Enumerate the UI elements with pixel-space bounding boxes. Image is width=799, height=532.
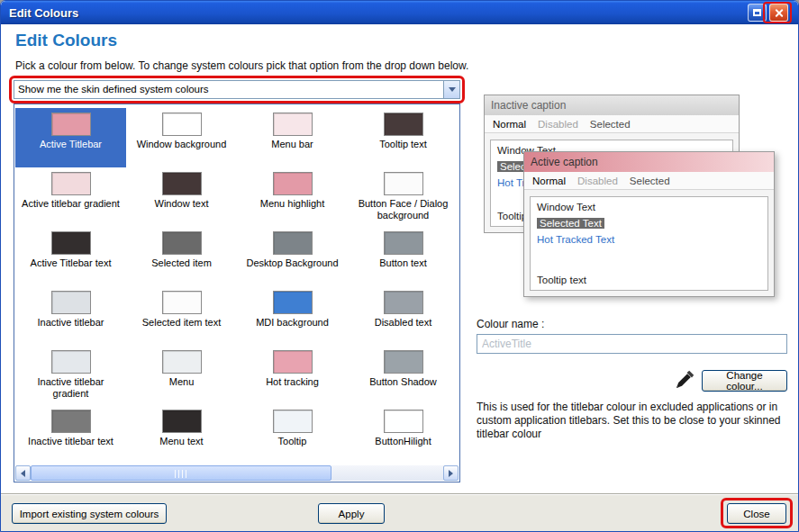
colour-swatch [273, 172, 313, 195]
instruction-text: Pick a colour from below. To change syst… [15, 59, 468, 72]
colour-swatch-cell[interactable]: Inactive titlebar text [15, 405, 126, 464]
colour-swatch-label: Hot tracking [266, 376, 319, 388]
window-title: Edit Colours [5, 6, 78, 20]
scrollbar-track[interactable] [31, 465, 443, 481]
colour-swatch-cell[interactable]: Window background [126, 108, 237, 167]
preview-item-text: Selected Text [537, 218, 604, 229]
colour-swatch-label: Selected item text [142, 317, 221, 329]
colour-name-label: Colour name : [477, 318, 544, 330]
colour-swatch-label: Menu [169, 376, 195, 388]
preview-item-list: Window TextSelected TextHot Tracked Text… [530, 196, 768, 291]
preview-active-caption: Active caption [524, 152, 774, 172]
scroll-right-button[interactable] [443, 465, 459, 481]
colour-swatch-label: Button Face / Dialog background [353, 198, 454, 221]
preview-state-label: Selected [630, 176, 670, 189]
colour-swatch-label: Desktop Background [246, 257, 338, 269]
colour-swatch-cell[interactable]: Disabled text [348, 286, 459, 346]
colour-swatch-cell[interactable]: ButtonHilight [348, 405, 459, 464]
colour-swatch-label: ButtonHilight [375, 436, 431, 447]
page-title: Edit Colours [15, 31, 117, 50]
colour-swatch-label: Menu text [159, 436, 203, 447]
colour-swatch [51, 350, 91, 374]
close-icon [774, 8, 784, 18]
colour-swatch-cell[interactable]: Active Titlebar [15, 108, 126, 167]
colour-swatch-cell[interactable]: Tooltip text [348, 108, 459, 167]
colour-swatch [162, 291, 202, 314]
colour-swatch-label: Button text [379, 257, 427, 269]
preview-item-text: Hot Tracked Text [537, 234, 614, 245]
colour-swatch [384, 231, 423, 255]
colour-swatch-label: Disabled text [375, 317, 432, 329]
colour-swatch-label: Active titlebar gradient [22, 198, 120, 210]
colour-swatch-cell[interactable]: Menu highlight [237, 167, 348, 227]
colour-grid: Active TitlebarWindow backgroundMenu bar… [15, 104, 459, 465]
colour-swatch-label: Window text [155, 198, 209, 210]
colour-swatch [384, 113, 423, 136]
colour-swatch [384, 291, 423, 314]
colour-swatch-cell[interactable]: Menu bar [237, 108, 348, 167]
colour-swatch-label: Active Titlebar text [31, 257, 112, 269]
preview-inactive-caption: Inactive caption [485, 95, 739, 115]
colour-swatch-cell[interactable]: Active Titlebar text [15, 227, 126, 286]
colour-swatch [384, 410, 423, 433]
colour-swatch-label: Inactive titlebar text [28, 436, 113, 447]
preview-state-label: Selected [590, 119, 631, 132]
change-colour-button[interactable]: Change colour... [702, 370, 787, 392]
scrollbar-thumb[interactable] [31, 465, 331, 481]
dropdown-selected-value: Show me the skin defined system colours [14, 81, 443, 98]
colour-swatch [273, 410, 313, 433]
colour-swatch-cell[interactable]: Selected item [126, 227, 237, 286]
colour-swatch-cell[interactable]: Desktop Background [237, 227, 348, 286]
colour-swatch-cell[interactable]: Menu [126, 346, 237, 405]
colour-name-input[interactable] [477, 334, 787, 354]
horizontal-scrollbar[interactable] [15, 465, 459, 481]
maximize-button[interactable] [748, 4, 767, 22]
preview-state-label: Normal [493, 119, 526, 132]
preview-item: Selected Text [537, 218, 761, 229]
maximize-icon [753, 9, 761, 16]
colour-swatch [162, 172, 202, 195]
preview-item: Hot Tracked Text [537, 234, 761, 245]
window-close-button[interactable] [769, 4, 788, 22]
colour-swatch-label: Active Titlebar [40, 139, 102, 150]
preview-item-text: Window Text [537, 202, 595, 212]
colour-mode-dropdown[interactable]: Show me the skin defined system colours [14, 80, 460, 99]
colour-swatch-label: Inactive titlebar gradient [21, 376, 122, 400]
preview-state-label: Normal [532, 176, 566, 189]
colour-description: This is used for the titlebar colour in … [477, 401, 792, 441]
colour-swatch [273, 291, 313, 314]
apply-button[interactable]: Apply [318, 503, 385, 524]
window-titlebar: Edit Colours [1, 1, 798, 24]
colour-swatch-cell[interactable]: Selected item text [126, 286, 237, 346]
colour-swatch-label: Tooltip text [379, 139, 427, 150]
preview-state-row: NormalDisabledSelected [524, 172, 774, 190]
colour-swatch-cell[interactable]: Inactive titlebar gradient [15, 346, 126, 405]
colour-swatch-cell[interactable]: Button Face / Dialog background [348, 167, 459, 227]
eyedropper-icon[interactable] [675, 370, 695, 390]
colour-swatch [162, 410, 202, 433]
colour-swatch-cell[interactable]: Menu text [126, 405, 237, 464]
colour-swatch-label: Inactive titlebar [38, 317, 104, 329]
colour-swatch [384, 350, 423, 374]
colour-swatch-cell[interactable]: Button Shadow [348, 346, 459, 405]
colour-swatch [273, 113, 313, 136]
close-button[interactable]: Close [727, 503, 786, 524]
colour-swatch-cell[interactable]: Hot tracking [237, 346, 348, 405]
colour-swatch [273, 231, 313, 255]
colour-swatch-cell[interactable]: Inactive titlebar [15, 286, 126, 346]
colour-swatch [273, 350, 313, 374]
colour-swatch-cell[interactable]: Active titlebar gradient [15, 167, 126, 227]
colour-swatch-label: Menu bar [271, 139, 313, 150]
colour-swatch-cell[interactable]: Window text [126, 167, 237, 227]
colour-swatch [162, 231, 202, 255]
colour-swatch-cell[interactable]: Tooltip [237, 405, 348, 464]
preview-state-label: Disabled [538, 119, 578, 132]
scroll-left-button[interactable] [15, 465, 31, 481]
colour-grid-panel: Active TitlebarWindow backgroundMenu bar… [14, 104, 460, 482]
colour-swatch-cell[interactable]: MDI background [237, 286, 348, 346]
colour-swatch [162, 113, 202, 136]
arrow-right-icon [449, 470, 453, 477]
dropdown-arrow-button[interactable] [443, 81, 459, 98]
colour-swatch-cell[interactable]: Button text [348, 227, 459, 286]
import-system-colours-button[interactable]: Import existing system colours [12, 503, 167, 524]
